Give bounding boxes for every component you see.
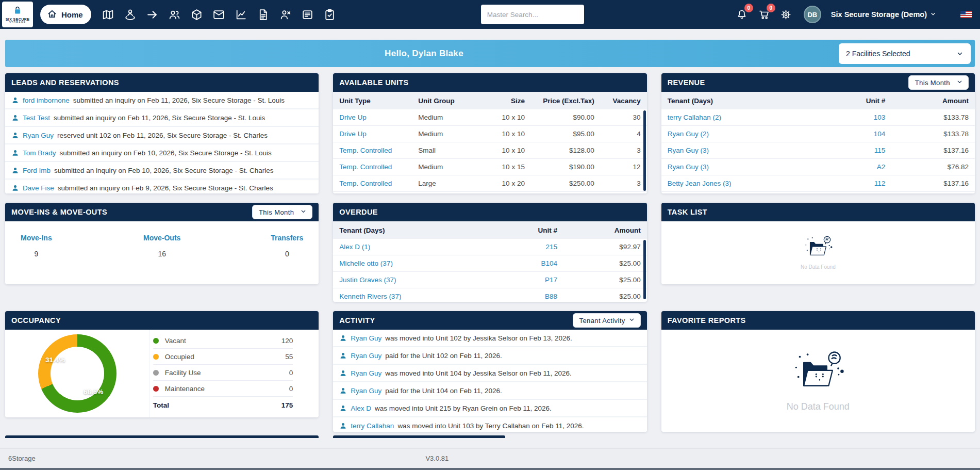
unit-link[interactable]: 115 bbox=[821, 147, 885, 154]
lead-text: submitted an inquiry on Feb 11, 2026, Si… bbox=[73, 96, 285, 104]
tenant-link[interactable]: Ryan Guy (3) bbox=[668, 147, 821, 154]
lead-text: submitted an inquiry on Feb 10, 2026, Si… bbox=[60, 149, 272, 157]
no-data-text: No Data Found bbox=[801, 264, 836, 270]
activity-name-link[interactable]: Ryan Guy bbox=[351, 334, 381, 342]
size-cell: 10 x 10 bbox=[478, 114, 525, 121]
stat-label-link[interactable]: Move-Outs bbox=[143, 234, 180, 242]
unit-link[interactable]: 112 bbox=[821, 180, 885, 187]
unit-type-link[interactable]: Temp. Controlled bbox=[339, 147, 418, 154]
unit-link[interactable]: P17 bbox=[493, 276, 557, 284]
lead-name-link[interactable]: Test Test bbox=[23, 114, 50, 122]
user-avatar[interactable]: DB bbox=[804, 6, 821, 23]
activity-name-link[interactable]: Alex D bbox=[351, 404, 371, 412]
stat-value: 9 bbox=[21, 250, 52, 258]
legend-total-row: Total 175 bbox=[153, 397, 293, 413]
legend-value: 0 bbox=[289, 385, 293, 393]
person-location-icon[interactable] bbox=[124, 8, 137, 21]
activity-filter-dropdown[interactable]: Tenant Activity bbox=[573, 313, 641, 328]
tenant-link[interactable]: Kenneth Rivers (37) bbox=[339, 293, 493, 300]
legend-rows: Vacant 120 Occupied 55 Facility Use bbox=[153, 333, 293, 397]
unit-type-link[interactable]: Temp. Controlled bbox=[339, 163, 418, 171]
reports-chart-icon[interactable] bbox=[235, 8, 247, 21]
chevron-down-icon bbox=[930, 10, 936, 19]
notifications-bell-icon[interactable]: 0 bbox=[736, 8, 748, 21]
documents-icon[interactable] bbox=[257, 8, 270, 21]
unit-link[interactable]: 104 bbox=[821, 130, 885, 138]
account-menu[interactable]: Six Secure Storage (Demo) bbox=[831, 10, 936, 19]
tasks-clipboard-icon[interactable] bbox=[323, 8, 336, 21]
favorite-reports-title: FAVORITE REPORTS bbox=[661, 311, 975, 330]
settings-gear-icon[interactable] bbox=[780, 9, 792, 21]
units-cube-icon[interactable] bbox=[190, 8, 203, 21]
lead-name-link[interactable]: Ford Imb bbox=[23, 167, 51, 174]
unit-link[interactable]: B88 bbox=[493, 293, 557, 300]
language-us-flag-icon[interactable] bbox=[960, 11, 972, 18]
occupancy-title: OCCUPANCY bbox=[5, 311, 319, 330]
notes-icon[interactable] bbox=[301, 8, 314, 21]
unit-link[interactable]: 103 bbox=[821, 114, 885, 121]
master-search-input[interactable] bbox=[481, 5, 584, 24]
no-data-folder-icon bbox=[800, 234, 837, 263]
move-out-arrow-icon[interactable] bbox=[146, 8, 159, 21]
lead-name-link[interactable]: Tom Brady bbox=[23, 149, 56, 157]
scrollbar[interactable] bbox=[643, 110, 646, 191]
unit-link[interactable]: B104 bbox=[493, 260, 557, 267]
activity-name-link[interactable]: Ryan Guy bbox=[351, 352, 381, 360]
brand-logo[interactable]: SIX SECURE STORAGE bbox=[2, 2, 33, 27]
legend-item: Maintenance 0 bbox=[153, 381, 293, 397]
move-ins-period-dropdown[interactable]: This Month bbox=[252, 205, 312, 219]
activity-name-link[interactable]: Ryan Guy bbox=[351, 387, 381, 395]
amount-cell: $25.00 bbox=[557, 260, 641, 267]
amount-cell: $92.97 bbox=[557, 243, 641, 251]
stat-label-link[interactable]: Transfers bbox=[271, 234, 303, 242]
revenue-card-header: REVENUE This Month bbox=[661, 73, 975, 92]
person-icon bbox=[339, 387, 347, 395]
activity-title: ACTIVITY bbox=[339, 316, 375, 325]
lead-name-link[interactable]: ford imbornone bbox=[23, 96, 70, 104]
list-item: Dave Fise submitted an inquiry on Feb 9,… bbox=[5, 180, 319, 193]
legend-total-label: Total bbox=[153, 401, 169, 409]
activity-name-link[interactable]: terry Callahan bbox=[351, 422, 394, 430]
remove-tenant-icon[interactable] bbox=[279, 8, 292, 21]
lead-name-link[interactable]: Dave Fise bbox=[23, 184, 54, 192]
nav-icon-group bbox=[102, 8, 336, 21]
facility-selector-dropdown[interactable]: 2 Facilities Selected bbox=[839, 43, 971, 64]
legend-dot bbox=[153, 386, 159, 392]
legend-item: Vacant 120 bbox=[153, 333, 293, 349]
stat-label-link[interactable]: Move-Ins bbox=[21, 234, 52, 242]
table-row: terry Callahan (2) 103 $133.78 bbox=[661, 109, 975, 126]
tenants-icon[interactable] bbox=[168, 8, 181, 21]
tenant-link[interactable]: Justin Graves (37) bbox=[339, 276, 493, 284]
footer-brand: 6Storage bbox=[8, 455, 36, 462]
unit-type-link[interactable]: Temp. Controlled bbox=[339, 180, 418, 187]
table-row: Drive Up Medium 10 x 10 $90.00 30 bbox=[333, 109, 646, 126]
unit-link[interactable]: A2 bbox=[821, 163, 885, 171]
revenue-card: REVENUE This Month Tenant (Days) Unit # … bbox=[661, 73, 975, 193]
tenant-link[interactable]: Alex D (1) bbox=[339, 243, 493, 251]
mail-icon[interactable] bbox=[212, 8, 225, 21]
size-cell: 10 x 10 bbox=[478, 147, 525, 154]
tenant-link[interactable]: Ryan Guy (2) bbox=[668, 130, 821, 138]
tenant-link[interactable]: terry Callahan (2) bbox=[668, 114, 821, 121]
revenue-period-dropdown[interactable]: This Month bbox=[908, 75, 969, 90]
amount-cell: $137.16 bbox=[885, 147, 969, 154]
cart-icon[interactable]: 0 bbox=[758, 8, 770, 21]
stat-value: 16 bbox=[143, 250, 180, 258]
activity-name-link[interactable]: Ryan Guy bbox=[351, 369, 381, 377]
tenant-link[interactable]: Betty Jean Jones (3) bbox=[668, 180, 821, 187]
legend-dot bbox=[153, 370, 159, 376]
list-item: Ryan Guy was moved into Unit 102 by Jess… bbox=[333, 330, 646, 347]
lead-name-link[interactable]: Ryan Guy bbox=[23, 132, 54, 139]
unit-group-cell: Small bbox=[418, 147, 478, 154]
tenant-link[interactable]: Ryan Guy (3) bbox=[668, 163, 821, 171]
map-icon[interactable] bbox=[102, 8, 114, 21]
leads-list: ford imbornone submitted an inquiry on F… bbox=[5, 92, 319, 193]
nav-home-button[interactable]: Home bbox=[40, 5, 91, 24]
scrollbar[interactable] bbox=[643, 240, 646, 299]
occupancy-card: OCCUPANCY 31.4% 68.6% Vacant 120 bbox=[5, 311, 319, 417]
unit-group-cell: Medium bbox=[418, 163, 478, 171]
unit-link[interactable]: 215 bbox=[493, 243, 557, 251]
unit-type-link[interactable]: Drive Up bbox=[339, 114, 418, 121]
unit-type-link[interactable]: Drive Up bbox=[339, 130, 418, 138]
tenant-link[interactable]: Michelle otto (37) bbox=[339, 260, 493, 267]
